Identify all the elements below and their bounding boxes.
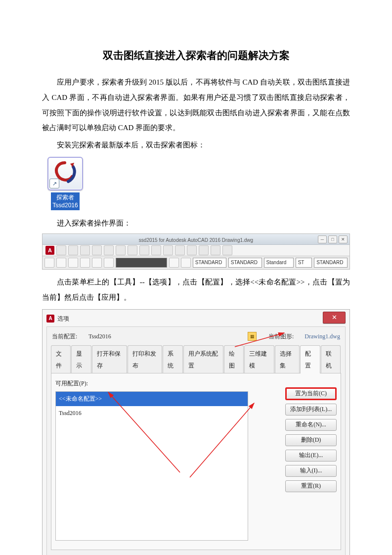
tab-profiles[interactable]: 配置	[300, 345, 320, 373]
options-dialog-screenshot: A 选项 ✕ 当前配置: Tssd2016 ▦ 当前图形: Drawing1.d…	[42, 309, 350, 555]
style-combo[interactable]: Standard	[264, 258, 294, 268]
list-item[interactable]: <<未命名配置>>	[56, 392, 248, 406]
tab-system[interactable]: 系统	[163, 345, 182, 373]
autocad-logo-icon[interactable]: A	[45, 246, 54, 255]
dialog-tabs: 文件 显示 打开和保存 打印和发布 系统 用户系统配置 绘图 三维建模 选择集 …	[47, 345, 345, 373]
style-combo[interactable]: STANDARD	[314, 258, 348, 268]
dialog-app-icon: A	[46, 315, 54, 323]
menu-icon[interactable]	[175, 245, 185, 255]
dialog-title: 选项	[57, 313, 69, 325]
menu-icon[interactable]	[211, 245, 220, 255]
export-button[interactable]: 输出(E)...	[285, 450, 337, 462]
shortcut-label: 探索者 Tssd2016	[51, 192, 79, 210]
cad-window-titlebar: ssd2015 for Autodesk AutoCAD 2016 Drawin…	[43, 234, 349, 245]
paragraph-1: 应用户要求，探索者升级到 2015 版以后，不再将软件与 CAD 自动关联，双击…	[42, 75, 350, 136]
minimize-icon[interactable]: ─	[318, 235, 327, 243]
tool-button[interactable]	[169, 258, 179, 268]
paragraph-4: 点击菜单栏上的【工具】--【选项】，点击【配置】，选择<<未命名配置>>，点击【…	[42, 275, 350, 305]
menu-icon[interactable]	[92, 245, 102, 255]
profiles-listbox[interactable]: <<未命名配置>> Tssd2016	[55, 391, 248, 541]
tool-button[interactable]	[56, 258, 66, 268]
shortcut-label-line2: Tssd2016	[52, 202, 78, 209]
cad-tool-row: STANDARD STANDARD Standard ST STANDARD	[43, 256, 349, 269]
dialog-side-buttons: 置为当前(C) 添加到列表(L)... 重命名(N)... 删除(D) 输出(E…	[285, 387, 337, 492]
menu-icon[interactable]	[163, 245, 173, 255]
list-item[interactable]: Tssd2016	[56, 406, 248, 420]
tab-3d-modeling[interactable]: 三维建模	[244, 345, 274, 373]
window-control-buttons: ─ □ ✕	[318, 235, 348, 243]
menu-icon[interactable]	[139, 245, 149, 255]
close-icon[interactable]: ✕	[339, 235, 348, 243]
menu-icon[interactable]	[151, 245, 161, 255]
menu-icon[interactable]	[199, 245, 209, 255]
cad-window-title: ssd2015 for Autodesk AutoCAD 2016 Drawin…	[139, 235, 253, 246]
import-button[interactable]: 输入(I)...	[285, 465, 337, 477]
current-config-value: Tssd2016	[88, 330, 148, 343]
tab-draw[interactable]: 绘图	[224, 345, 244, 373]
tab-online[interactable]: 联机	[321, 345, 341, 373]
dialog-panel: 可用配置(P): <<未命名配置>> Tssd2016 置为当前(C) 添加到列…	[51, 373, 341, 550]
current-drawing-name: Drawing1.dwg	[305, 330, 340, 343]
dialog-close-button[interactable]: ✕	[323, 312, 346, 324]
layer-combo[interactable]	[116, 258, 167, 268]
shortcut-tile	[47, 157, 83, 190]
tab-selection[interactable]: 选择集	[275, 345, 300, 373]
tab-user-sys-config[interactable]: 用户系统配置	[183, 345, 223, 373]
current-drawing-label: 当前图形:	[268, 330, 294, 343]
tool-button[interactable]	[44, 258, 54, 268]
drawing-file-icon: ▦	[248, 332, 257, 341]
shortcut-overlay-icon	[49, 179, 59, 188]
dialog-status-row: 当前配置: Tssd2016 ▦ 当前图形: Drawing1.dwg	[47, 327, 345, 345]
paragraph-2: 安装完探索者最新版本后，双击探索者图标：	[42, 138, 350, 153]
menu-icon[interactable]	[187, 245, 197, 255]
desktop-shortcut-icon[interactable]: 探索者 Tssd2016	[44, 157, 87, 213]
menu-icon[interactable]	[104, 245, 114, 255]
set-current-button[interactable]: 置为当前(C)	[285, 387, 337, 400]
maximize-icon[interactable]: □	[328, 235, 337, 243]
page-title: 双击图纸直接进入探索者的问题解决方案	[42, 45, 350, 66]
rename-button[interactable]: 重命名(N)...	[285, 419, 337, 431]
menu-icon[interactable]	[80, 245, 90, 255]
menu-icon[interactable]	[56, 245, 66, 255]
style-combo[interactable]: STANDARD	[193, 258, 226, 268]
cad-toolbar-screenshot: ssd2015 for Autodesk AutoCAD 2016 Drawin…	[42, 233, 350, 270]
tool-button[interactable]	[104, 258, 114, 268]
tool-button[interactable]	[92, 258, 102, 268]
style-combo[interactable]: STANDARD	[228, 258, 262, 268]
menu-icon[interactable]	[222, 245, 232, 255]
shortcut-label-line1: 探索者	[56, 194, 74, 201]
tool-button[interactable]	[80, 258, 90, 268]
add-to-list-button[interactable]: 添加到列表(L)...	[285, 404, 337, 416]
tab-file[interactable]: 文件	[51, 345, 71, 373]
tool-button[interactable]	[181, 258, 191, 268]
delete-button[interactable]: 删除(D)	[285, 434, 337, 446]
tab-open-save[interactable]: 打开和保存	[92, 345, 127, 373]
cad-menu-row: A	[43, 245, 349, 256]
menu-icon[interactable]	[128, 245, 137, 255]
reset-button[interactable]: 重置(R)	[285, 480, 337, 492]
tab-print-publish[interactable]: 打印和发布	[128, 345, 163, 373]
menu-icon[interactable]	[116, 245, 126, 255]
tool-button[interactable]	[68, 258, 78, 268]
paragraph-3: 进入探索者操作界面：	[42, 216, 350, 231]
tab-display[interactable]: 显示	[71, 345, 91, 373]
menu-icon[interactable]	[68, 245, 78, 255]
style-combo[interactable]: ST	[296, 258, 312, 268]
current-config-label: 当前配置:	[52, 330, 80, 343]
